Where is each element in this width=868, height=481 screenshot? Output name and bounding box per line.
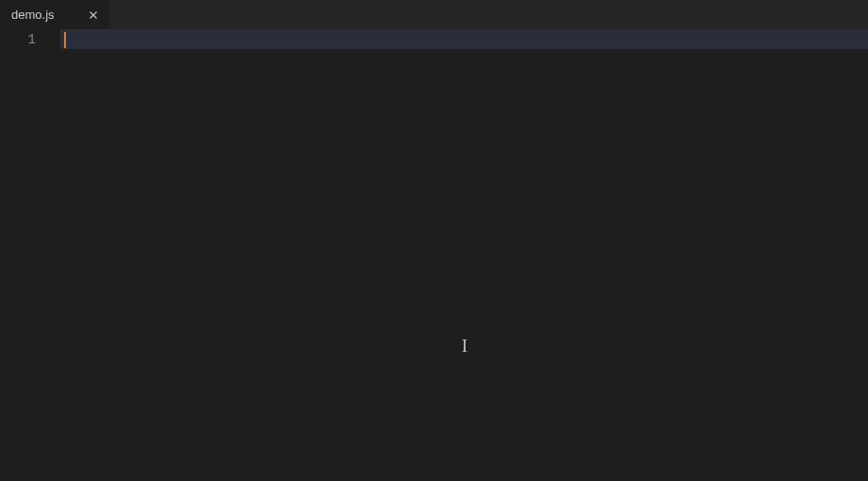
close-icon[interactable]: [86, 8, 101, 23]
line-number-gutter: 1: [0, 29, 60, 481]
tab-demo-js[interactable]: demo.js: [0, 0, 108, 29]
tab-label: demo.js: [11, 8, 55, 22]
editor-area[interactable]: 1: [0, 29, 868, 481]
code-input[interactable]: [64, 29, 868, 481]
editor-content[interactable]: [60, 29, 868, 481]
tab-bar: demo.js: [0, 0, 868, 29]
line-number: 1: [0, 31, 36, 49]
